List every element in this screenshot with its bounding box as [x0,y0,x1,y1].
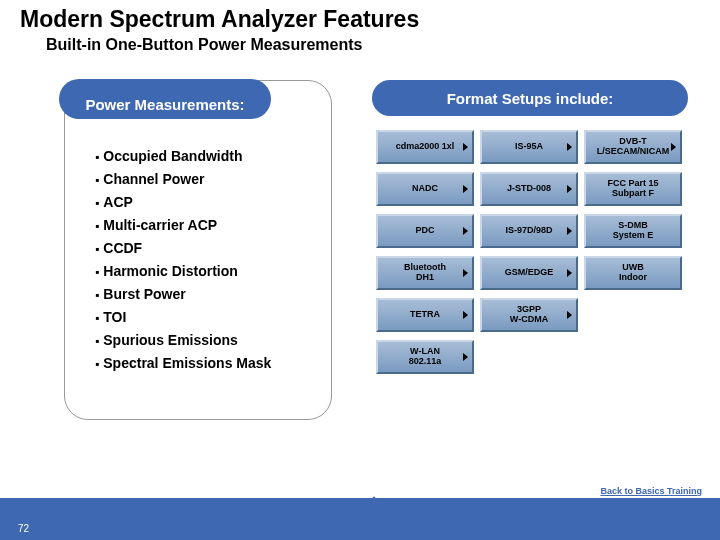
chevron-right-icon [463,353,468,361]
fmt-bluetooth[interactable]: BluetoothDH1 [376,256,474,290]
fmt-nadc[interactable]: NADC [376,172,474,206]
back-to-basics-link[interactable]: Back to Basics Training [600,486,702,496]
fmt-pdc[interactable]: PDC [376,214,474,248]
list-item: Spurious Emissions [95,329,271,352]
fmt-wlan[interactable]: W-LAN802.11a [376,340,474,374]
list-item: Channel Power [95,168,271,191]
chevron-right-icon [567,311,572,319]
list-item: Multi-carrier ACP [95,214,271,237]
format-col-2: DVB-TL/SECAM/NICAM FCC Part 15Subpart F … [584,130,682,374]
power-measurements-panel: Power Measurements: Occupied Bandwidth C… [64,80,332,420]
chevron-right-icon [567,185,572,193]
fmt-3gpp[interactable]: 3GPPW-CDMA [480,298,578,332]
format-col-1: IS-95A J-STD-008 IS-97D/98D GSM/EDGE 3GP… [480,130,578,374]
fmt-gsm[interactable]: GSM/EDGE [480,256,578,290]
list-item: TOI [95,306,271,329]
list-item: Harmonic Distortion [95,260,271,283]
format-setups-grid: cdma2000 1xl NADC PDC BluetoothDH1 TETRA… [376,130,682,374]
list-item: Occupied Bandwidth [95,145,271,168]
list-item: Spectral Emissions Mask [95,352,271,375]
chevron-right-icon [463,143,468,151]
chevron-right-icon [463,227,468,235]
page-subtitle: Built-in One-Button Power Measurements [46,36,362,54]
fmt-tetra[interactable]: TETRA [376,298,474,332]
fmt-jstd008[interactable]: J-STD-008 [480,172,578,206]
fmt-dvbt[interactable]: DVB-TL/SECAM/NICAM [584,130,682,164]
page-number: 72 [18,523,29,534]
chevron-right-icon [567,269,572,277]
chevron-right-icon [463,269,468,277]
power-measurements-header: Power Measurements: [59,79,271,119]
page-title: Modern Spectrum Analyzer Features [20,6,419,33]
list-item: CCDF [95,237,271,260]
fmt-is97d[interactable]: IS-97D/98D [480,214,578,248]
chevron-right-icon [463,185,468,193]
chevron-right-icon [463,311,468,319]
format-col-0: cdma2000 1xl NADC PDC BluetoothDH1 TETRA… [376,130,474,374]
fmt-is95a[interactable]: IS-95A [480,130,578,164]
list-item: ACP [95,191,271,214]
fmt-cdma2000[interactable]: cdma2000 1xl [376,130,474,164]
fmt-fcc15[interactable]: FCC Part 15Subpart F [584,172,682,206]
format-setups-header: Format Setups include: [372,80,688,116]
chevron-right-icon [671,143,676,151]
fmt-sdmb[interactable]: S-DMBSystem E [584,214,682,248]
chevron-right-icon [567,227,572,235]
power-measurements-list: Occupied Bandwidth Channel Power ACP Mul… [95,145,271,375]
fmt-uwb[interactable]: UWBIndoor [584,256,682,290]
footer-bar: 72 [0,498,720,540]
list-item: Burst Power [95,283,271,306]
chevron-right-icon [567,143,572,151]
